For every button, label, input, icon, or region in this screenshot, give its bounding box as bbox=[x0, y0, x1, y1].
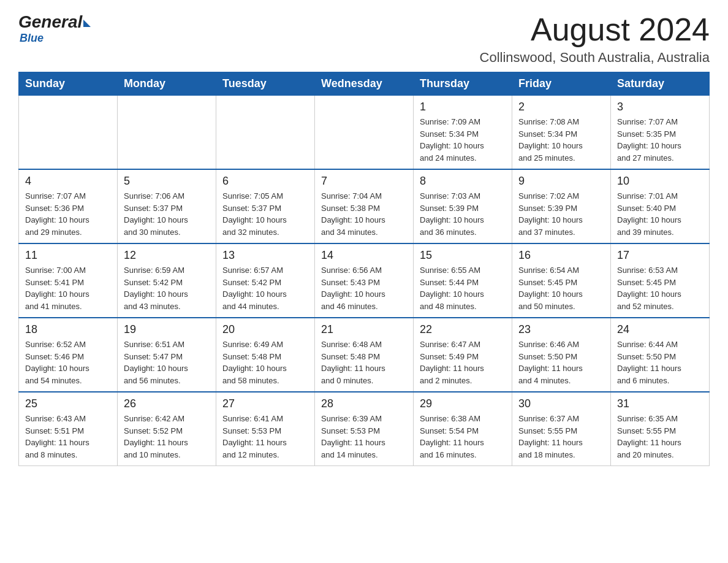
day-number: 25 bbox=[25, 397, 111, 410]
day-number: 18 bbox=[25, 323, 111, 336]
weekday-header-sunday: Sunday bbox=[19, 72, 118, 96]
day-info: Sunrise: 6:38 AM Sunset: 5:54 PM Dayligh… bbox=[420, 413, 506, 461]
day-info: Sunrise: 7:03 AM Sunset: 5:39 PM Dayligh… bbox=[420, 190, 506, 238]
calendar-cell: 27Sunrise: 6:41 AM Sunset: 5:53 PM Dayli… bbox=[216, 392, 315, 466]
day-number: 8 bbox=[420, 175, 506, 188]
location-title: Collinswood, South Australia, Australia bbox=[480, 50, 710, 66]
day-number: 29 bbox=[420, 397, 506, 410]
day-info: Sunrise: 7:05 AM Sunset: 5:37 PM Dayligh… bbox=[222, 190, 308, 238]
calendar-cell: 11Sunrise: 7:00 AM Sunset: 5:41 PM Dayli… bbox=[19, 243, 118, 318]
calendar-cell: 7Sunrise: 7:04 AM Sunset: 5:38 PM Daylig… bbox=[315, 169, 414, 243]
calendar-cell: 23Sunrise: 6:46 AM Sunset: 5:50 PM Dayli… bbox=[512, 318, 611, 392]
day-info: Sunrise: 7:04 AM Sunset: 5:38 PM Dayligh… bbox=[321, 190, 407, 238]
day-info: Sunrise: 6:55 AM Sunset: 5:44 PM Dayligh… bbox=[420, 264, 506, 312]
day-info: Sunrise: 7:01 AM Sunset: 5:40 PM Dayligh… bbox=[617, 190, 703, 238]
weekday-header-saturday: Saturday bbox=[611, 72, 710, 96]
day-number: 21 bbox=[321, 323, 407, 336]
day-number: 31 bbox=[617, 397, 703, 410]
day-number: 10 bbox=[617, 175, 703, 188]
calendar-cell: 1Sunrise: 7:09 AM Sunset: 5:34 PM Daylig… bbox=[414, 96, 512, 170]
day-number: 20 bbox=[222, 323, 308, 336]
month-title: August 2024 bbox=[480, 12, 710, 47]
day-info: Sunrise: 7:07 AM Sunset: 5:35 PM Dayligh… bbox=[617, 116, 703, 164]
calendar-cell: 3Sunrise: 7:07 AM Sunset: 5:35 PM Daylig… bbox=[611, 96, 710, 170]
day-number: 24 bbox=[617, 323, 703, 336]
day-info: Sunrise: 6:42 AM Sunset: 5:52 PM Dayligh… bbox=[124, 413, 210, 461]
calendar-cell: 17Sunrise: 6:53 AM Sunset: 5:45 PM Dayli… bbox=[611, 243, 710, 318]
day-info: Sunrise: 6:47 AM Sunset: 5:49 PM Dayligh… bbox=[420, 339, 506, 386]
day-info: Sunrise: 6:53 AM Sunset: 5:45 PM Dayligh… bbox=[617, 264, 703, 312]
day-number: 4 bbox=[25, 175, 111, 188]
day-number: 11 bbox=[25, 249, 111, 262]
day-number: 30 bbox=[518, 397, 604, 410]
page-header: General Blue August 2024 Collinswood, So… bbox=[18, 12, 710, 66]
calendar-cell: 18Sunrise: 6:52 AM Sunset: 5:46 PM Dayli… bbox=[19, 318, 118, 392]
day-info: Sunrise: 7:07 AM Sunset: 5:36 PM Dayligh… bbox=[25, 190, 111, 238]
calendar-cell: 22Sunrise: 6:47 AM Sunset: 5:49 PM Dayli… bbox=[414, 318, 512, 392]
day-info: Sunrise: 6:43 AM Sunset: 5:51 PM Dayligh… bbox=[25, 413, 111, 461]
day-number: 17 bbox=[617, 249, 703, 262]
day-info: Sunrise: 6:46 AM Sunset: 5:50 PM Dayligh… bbox=[518, 339, 604, 386]
calendar-cell: 2Sunrise: 7:08 AM Sunset: 5:34 PM Daylig… bbox=[512, 96, 611, 170]
day-number: 1 bbox=[420, 101, 506, 113]
day-info: Sunrise: 6:56 AM Sunset: 5:43 PM Dayligh… bbox=[321, 264, 407, 312]
logo-arrow-icon bbox=[83, 20, 91, 27]
day-number: 28 bbox=[321, 397, 407, 410]
calendar-cell: 16Sunrise: 6:54 AM Sunset: 5:45 PM Dayli… bbox=[512, 243, 611, 318]
day-info: Sunrise: 6:49 AM Sunset: 5:48 PM Dayligh… bbox=[222, 339, 308, 386]
weekday-header-tuesday: Tuesday bbox=[216, 72, 315, 96]
calendar-table: SundayMondayTuesdayWednesdayThursdayFrid… bbox=[18, 72, 710, 466]
logo-general-text: General bbox=[18, 12, 82, 32]
day-number: 12 bbox=[124, 249, 210, 262]
day-info: Sunrise: 6:51 AM Sunset: 5:47 PM Dayligh… bbox=[124, 339, 210, 386]
day-info: Sunrise: 6:39 AM Sunset: 5:53 PM Dayligh… bbox=[321, 413, 407, 461]
day-info: Sunrise: 6:44 AM Sunset: 5:50 PM Dayligh… bbox=[617, 339, 703, 386]
calendar-cell: 19Sunrise: 6:51 AM Sunset: 5:47 PM Dayli… bbox=[118, 318, 216, 392]
day-number: 16 bbox=[518, 249, 604, 262]
day-number: 2 bbox=[518, 101, 604, 113]
weekday-header-thursday: Thursday bbox=[414, 72, 512, 96]
calendar-week-5: 25Sunrise: 6:43 AM Sunset: 5:51 PM Dayli… bbox=[19, 392, 710, 466]
day-number: 7 bbox=[321, 175, 407, 188]
day-number: 19 bbox=[124, 323, 210, 336]
day-number: 5 bbox=[124, 175, 210, 188]
calendar-cell: 9Sunrise: 7:02 AM Sunset: 5:39 PM Daylig… bbox=[512, 169, 611, 243]
day-number: 27 bbox=[222, 397, 308, 410]
calendar-week-1: 1Sunrise: 7:09 AM Sunset: 5:34 PM Daylig… bbox=[19, 96, 710, 170]
calendar-week-4: 18Sunrise: 6:52 AM Sunset: 5:46 PM Dayli… bbox=[19, 318, 710, 392]
calendar-cell: 24Sunrise: 6:44 AM Sunset: 5:50 PM Dayli… bbox=[611, 318, 710, 392]
calendar-cell: 10Sunrise: 7:01 AM Sunset: 5:40 PM Dayli… bbox=[611, 169, 710, 243]
calendar-cell: 13Sunrise: 6:57 AM Sunset: 5:42 PM Dayli… bbox=[216, 243, 315, 318]
weekday-header-wednesday: Wednesday bbox=[315, 72, 414, 96]
day-number: 15 bbox=[420, 249, 506, 262]
day-number: 23 bbox=[518, 323, 604, 336]
logo-area: General Blue bbox=[18, 12, 91, 45]
calendar-cell bbox=[216, 96, 315, 170]
day-number: 14 bbox=[321, 249, 407, 262]
calendar-cell: 31Sunrise: 6:35 AM Sunset: 5:55 PM Dayli… bbox=[611, 392, 710, 466]
day-info: Sunrise: 6:57 AM Sunset: 5:42 PM Dayligh… bbox=[222, 264, 308, 312]
day-info: Sunrise: 7:09 AM Sunset: 5:34 PM Dayligh… bbox=[420, 116, 506, 164]
day-info: Sunrise: 7:06 AM Sunset: 5:37 PM Dayligh… bbox=[124, 190, 210, 238]
day-number: 9 bbox=[518, 175, 604, 188]
logo-blue-text: Blue bbox=[20, 32, 44, 45]
weekday-header-friday: Friday bbox=[512, 72, 611, 96]
calendar-cell: 29Sunrise: 6:38 AM Sunset: 5:54 PM Dayli… bbox=[414, 392, 512, 466]
day-info: Sunrise: 6:41 AM Sunset: 5:53 PM Dayligh… bbox=[222, 413, 308, 461]
day-info: Sunrise: 7:02 AM Sunset: 5:39 PM Dayligh… bbox=[518, 190, 604, 238]
day-info: Sunrise: 6:54 AM Sunset: 5:45 PM Dayligh… bbox=[518, 264, 604, 312]
weekday-header-row: SundayMondayTuesdayWednesdayThursdayFrid… bbox=[19, 72, 710, 96]
calendar-cell: 30Sunrise: 6:37 AM Sunset: 5:55 PM Dayli… bbox=[512, 392, 611, 466]
day-info: Sunrise: 6:35 AM Sunset: 5:55 PM Dayligh… bbox=[617, 413, 703, 461]
day-number: 22 bbox=[420, 323, 506, 336]
calendar-week-3: 11Sunrise: 7:00 AM Sunset: 5:41 PM Dayli… bbox=[19, 243, 710, 318]
calendar-cell: 26Sunrise: 6:42 AM Sunset: 5:52 PM Dayli… bbox=[118, 392, 216, 466]
weekday-header-monday: Monday bbox=[118, 72, 216, 96]
day-number: 26 bbox=[124, 397, 210, 410]
calendar-cell: 8Sunrise: 7:03 AM Sunset: 5:39 PM Daylig… bbox=[414, 169, 512, 243]
day-number: 13 bbox=[222, 249, 308, 262]
calendar-cell: 6Sunrise: 7:05 AM Sunset: 5:37 PM Daylig… bbox=[216, 169, 315, 243]
calendar-cell: 15Sunrise: 6:55 AM Sunset: 5:44 PM Dayli… bbox=[414, 243, 512, 318]
day-number: 6 bbox=[222, 175, 308, 188]
calendar-cell bbox=[19, 96, 118, 170]
